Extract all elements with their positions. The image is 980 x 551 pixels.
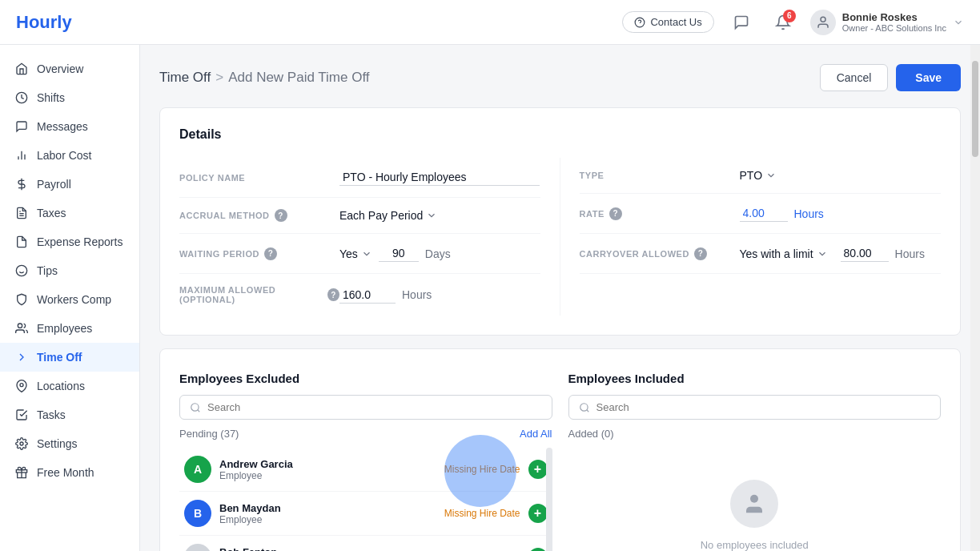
svg-point-18 [191,403,199,410]
sidebar-item-employees[interactable]: Employees [0,314,139,343]
gear-icon [14,436,29,451]
save-button[interactable]: Save [896,64,961,91]
info-ben-maydan: Ben Maydan Employee [219,502,436,525]
sidebar-item-expense-reports[interactable]: Expense Reports [0,227,139,256]
rate-help-icon[interactable]: ? [609,207,622,220]
sidebar-label-locations: Locations [37,380,85,392]
empty-employees-state: No employees included in the policy [568,448,942,551]
policy-name-input[interactable] [339,169,540,186]
nav-right: Contact Us 6 Bonnie Roskes Owner - ABC S… [622,8,964,37]
sidebar-item-labor-cost[interactable]: Labor Cost [0,141,139,170]
carryover-chevron-icon [817,248,828,259]
cancel-button[interactable]: Cancel [820,64,889,91]
employees-included-title: Employees Included [568,372,942,385]
people-icon [14,321,29,336]
page-scrollbar[interactable] [970,45,980,551]
accrual-method-label: ACCRUAL METHOD ? [179,209,339,222]
employees-excluded-panel: Employees Excluded Pending (37) Add All … [179,372,552,551]
rate-label: RATE ? [580,207,740,220]
accrual-help-icon[interactable]: ? [275,209,287,222]
clock-icon [14,90,29,105]
user-menu[interactable]: Bonnie Roskes Owner - ABC Solutions Inc [810,10,964,35]
sidebar-item-tasks[interactable]: Tasks [0,400,139,429]
user-role: Owner - ABC Solutions Inc [842,23,946,33]
accrual-method-value: Each Pay Period [339,209,540,222]
status-andrew-garcia: Missing Hire Date [444,464,520,475]
sidebar-item-tips[interactable]: Tips [0,256,139,285]
svg-point-14 [20,384,23,387]
messages-icon [14,119,29,134]
messages-icon-button[interactable] [727,8,756,37]
policy-name-row: POLICY NAME [179,158,540,198]
sidebar-item-time-off[interactable]: Time Off [0,343,139,372]
excluded-search-box[interactable] [179,395,552,420]
main-content: Time Off > Add New Paid Time Off Cancel … [140,45,980,551]
type-chevron-icon [765,170,777,181]
details-card: Details POLICY NAME ACCRUAL METHOD ? [159,107,961,336]
sidebar-label-labor-cost: Labor Cost [37,149,91,162]
add-andrew-garcia-button[interactable]: + [528,460,548,479]
sidebar-item-messages[interactable]: Messages [0,112,139,141]
sidebar-label-overview: Overview [37,62,83,75]
sidebar-item-workers-comp[interactable]: Workers Comp [0,285,139,314]
max-allowed-input[interactable] [339,287,396,304]
location-icon [14,379,29,393]
rate-input[interactable] [740,205,788,222]
add-bob-fenton-button[interactable]: + [528,548,548,551]
header-actions: Cancel Save [820,64,961,91]
empty-message: No employees included in the policy [701,537,809,551]
top-nav: Hourly Contact Us 6 Bon [0,0,980,45]
form-grid: POLICY NAME ACCRUAL METHOD ? Each Pay Pe… [179,158,941,316]
user-details: Bonnie Roskes Owner - ABC Solutions Inc [842,11,946,33]
page-header: Time Off > Add New Paid Time Off Cancel … [159,64,961,91]
employee-item-bob-fenton: Bob Fenton Manager Missing Hire Date + [179,536,552,551]
included-search-box[interactable] [568,395,942,420]
sidebar-item-payroll[interactable]: Payroll [0,170,139,199]
scrollbar-thumb [972,61,978,157]
message-icon [733,14,749,30]
add-all-link[interactable]: Add All [520,428,552,440]
type-value: PTO [740,169,942,182]
carryover-select: Yes with a limit [740,247,828,260]
notification-badge: 6 [783,10,796,22]
sidebar-item-locations[interactable]: Locations [0,372,139,400]
notifications-icon-button[interactable]: 6 [769,8,797,37]
scrollbar[interactable] [546,448,552,551]
waiting-days-input[interactable] [379,245,419,262]
excluded-search-input[interactable] [207,401,542,413]
role-andrew-garcia: Employee [219,470,436,481]
status-ben-maydan: Missing Hire Date [444,508,520,519]
max-help-icon[interactable]: ? [327,288,339,301]
sidebar-item-overview[interactable]: Overview [0,54,139,83]
added-row: Added (0) [568,428,942,440]
employee-item-andrew-garcia: A Andrew Garcia Employee Missing Hire Da… [179,448,552,492]
type-label: TYPE [580,171,740,180]
waiting-period-value: Yes Days [339,245,540,262]
sidebar-item-taxes[interactable]: Taxes [0,199,139,227]
rate-row: RATE ? Hours [580,194,942,234]
chevron-down-icon [953,17,964,28]
rate-unit: Hours [794,207,824,220]
waiting-chevron-icon [361,248,372,259]
waiting-days-unit: Days [425,247,451,260]
carryover-help-icon[interactable]: ? [694,247,707,260]
carryover-hours-input[interactable] [841,245,889,262]
waiting-help-icon[interactable]: ? [264,247,277,260]
name-andrew-garcia: Andrew Garcia [219,458,436,470]
excluded-search-icon [190,402,201,413]
sidebar-item-shifts[interactable]: Shifts [0,83,139,112]
included-search-input[interactable] [596,401,931,413]
contact-us-button[interactable]: Contact Us [622,11,713,33]
add-ben-maydan-button[interactable]: + [528,504,548,523]
file-icon [14,235,29,249]
sidebar-item-free-month[interactable]: Free Month [0,458,139,487]
waiting-period-row: WAITING PERIOD ? Yes Days [179,234,540,274]
employee-item-ben-maydan: B Ben Maydan Employee Missing Hire Date … [179,492,552,536]
sidebar-label-taxes: Taxes [37,207,66,219]
breadcrumb-parent[interactable]: Time Off [159,70,211,86]
empty-avatar-icon [730,480,778,528]
sidebar-item-settings[interactable]: Settings [0,429,139,458]
svg-point-23 [750,495,758,503]
employees-excluded-title: Employees Excluded [179,372,552,385]
info-bob-fenton: Bob Fenton Manager [219,546,436,552]
